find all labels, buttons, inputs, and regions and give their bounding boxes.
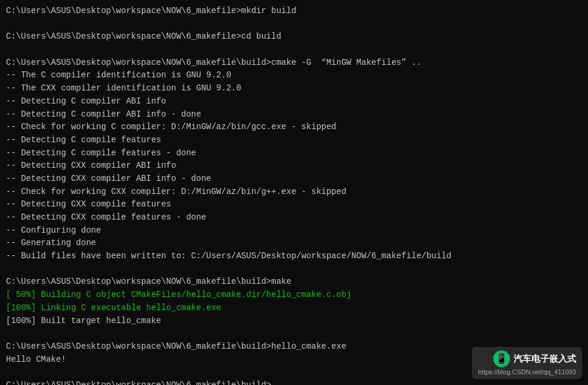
terminal-line: -- Detecting CXX compile features [6,198,582,211]
terminal-window: C:\Users\ASUS\Desktop\workspace\NOW\6_ma… [0,0,588,385]
terminal-line: C:\Users\ASUS\Desktop\workspace\NOW\6_ma… [6,5,582,18]
terminal-line: -- Build files have been written to: C:/… [6,250,582,263]
terminal-line: -- Configuring done [6,224,582,237]
terminal-line: C:\Users\ASUS\Desktop\workspace\NOW\6_ma… [6,30,582,43]
terminal-line: -- Detecting C compiler ABI info [6,95,582,108]
terminal-line: -- Generating done [6,237,582,250]
watermark-url: https://blog.CSDN.net/qq_411093 [478,368,576,375]
terminal-line: -- The CXX compiler identification is GN… [6,82,582,95]
terminal-line: -- Detecting CXX compiler ABI info - don… [6,173,582,186]
terminal-line: -- Detecting CXX compiler ABI info [6,159,582,173]
terminal-line: -- Check for working CXX compiler: D:/Mi… [6,186,582,199]
terminal-line: -- Check for working C compiler: D:/MinG… [6,121,582,134]
terminal-line [6,327,582,340]
terminal-line: C:\Users\ASUS\Desktop\workspace\NOW\6_ma… [6,57,582,70]
watermark-title: 汽车电子嵌入式 [514,353,576,365]
terminal-line [6,263,582,276]
terminal-line: [ 50%] Building C object CMakeFiles/hell… [6,289,582,302]
terminal-line: C:\Users\ASUS\Desktop\workspace\NOW\6_ma… [6,276,582,289]
terminal-line [6,43,582,57]
watermark: 📱汽车电子嵌入式https://blog.CSDN.net/qq_411093 [472,347,582,379]
terminal-line: -- Detecting C compile features - done [6,147,582,160]
terminal-line: [100%] Linking C executable hello_cmake.… [6,302,582,315]
terminal-line: -- Detecting C compiler ABI info - done [6,108,582,121]
wechat-icon: 📱 [493,350,510,367]
terminal-line [6,18,582,31]
terminal-line: -- The C compiler identification is GNU … [6,69,582,82]
terminal-line: -- Detecting C compile features [6,134,582,147]
terminal-line: [100%] Built target hello_cmake [6,315,582,328]
terminal-line: -- Detecting CXX compile features - done [6,211,582,224]
terminal-line: C:\Users\ASUS\Desktop\workspace\NOW\6_ma… [6,379,582,385]
